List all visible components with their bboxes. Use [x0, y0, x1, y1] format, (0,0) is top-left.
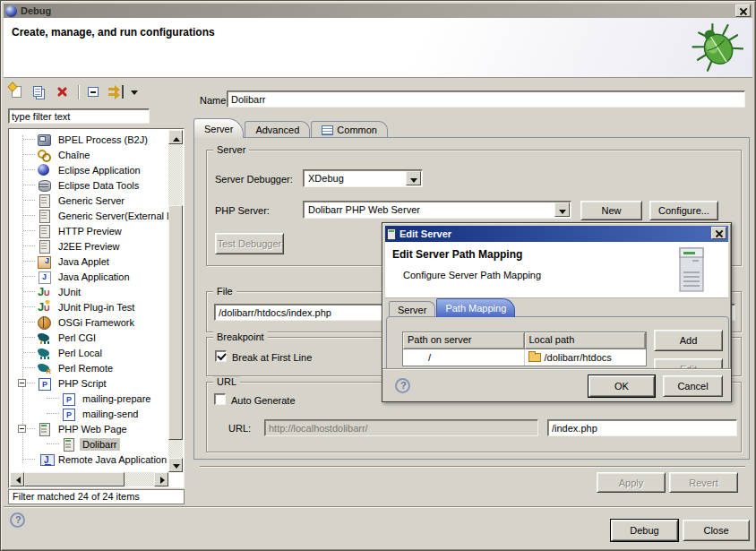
revert-button: Revert — [669, 472, 738, 493]
auto-generate-checkbox[interactable] — [214, 393, 226, 405]
column-local-path[interactable]: Local path — [525, 332, 647, 349]
apply-button: Apply — [597, 472, 666, 493]
close-icon — [712, 228, 726, 238]
tab-advanced[interactable]: Advanced — [245, 121, 310, 138]
edit-server-heading: Edit Server Path Mapping — [392, 248, 522, 261]
edit-server-titlebar[interactable]: Edit Server — [385, 226, 728, 242]
tab-path-mapping[interactable]: Path Mapping — [436, 298, 515, 317]
scroll-right-button[interactable] — [154, 472, 168, 486]
test-debugger-button: Test Debugger — [215, 233, 284, 254]
tree-item-mailing-send[interactable]: mailing-send — [10, 406, 168, 421]
tree-item-junit[interactable]: JUnit — [10, 284, 168, 299]
tree-toolbar — [8, 82, 140, 103]
tree-item-eclipse-application[interactable]: Eclipse Application — [10, 162, 168, 177]
server-group-title: Server — [213, 144, 249, 155]
tree-item-remote-java-application[interactable]: Remote Java Application — [10, 452, 168, 467]
configure-server-button[interactable]: Configure... — [649, 201, 718, 220]
tree-item-java-applet[interactable]: Java Applet — [10, 254, 168, 269]
server-icon — [387, 228, 396, 240]
footer-separator — [4, 506, 752, 508]
debug-button[interactable]: Debug — [611, 520, 678, 541]
new-server-button[interactable]: New — [580, 201, 642, 220]
tree-item-http-preview[interactable]: HTTP Preview — [10, 223, 168, 238]
dropdown-arrow-icon[interactable] — [406, 171, 421, 185]
tree-item-php-script[interactable]: PHP Script — [10, 375, 168, 391]
tree-item-perl-local[interactable]: Perl Local — [10, 345, 168, 360]
scroll-left-button[interactable] — [10, 472, 24, 486]
break-at-first-line-checkbox[interactable] — [215, 350, 227, 362]
vertical-scroll-thumb[interactable] — [168, 205, 183, 440]
close-button[interactable]: Close — [683, 520, 750, 541]
window-titlebar[interactable]: Debug — [4, 4, 752, 18]
tree-item-php-web-page[interactable]: PHP Web Page — [10, 421, 168, 436]
tree-horizontal-scrollbar[interactable] — [10, 472, 168, 486]
name-label: Name: — [200, 95, 228, 106]
server-debugger-value: XDebug — [308, 173, 344, 184]
toolbar-menu-button[interactable] — [129, 83, 140, 101]
php-icon — [37, 376, 51, 391]
php-server-select[interactable]: Dolibarr PHP Web Server — [303, 201, 571, 219]
tree-item-osgi-framework[interactable]: OSGi Framework — [10, 314, 168, 330]
file-group-title: File — [213, 286, 236, 297]
tree-item-label: Java Application — [56, 271, 133, 283]
tree-item-label: mailing-prepare — [80, 392, 153, 405]
expander-minus-icon[interactable] — [18, 425, 26, 433]
bug-icon — [690, 20, 745, 75]
close-edit-server-button[interactable] — [711, 227, 726, 239]
tree-vertical-scrollbar[interactable] — [168, 130, 183, 472]
tree-item-junit-plug-in-test[interactable]: JUnit Plug-in Test — [10, 299, 168, 314]
scroll-up-button[interactable] — [168, 130, 183, 144]
ok-button[interactable]: OK — [588, 375, 655, 397]
tab-label: Common — [337, 125, 377, 135]
tree-item-generic-server-external-la[interactable]: Generic Server(External La — [10, 208, 168, 223]
tree-item-perl-remote[interactable]: Perl Remote — [10, 360, 168, 375]
tree-item-label: Chaîne — [56, 149, 92, 161]
expander-minus-icon[interactable] — [18, 379, 26, 387]
cell-local-path: /dolibarr/htdocs — [525, 349, 646, 366]
tree-item-label: HTTP Preview — [56, 225, 125, 237]
menu-caret-icon — [131, 90, 138, 99]
table-row[interactable]: / /dolibarr/htdocs — [403, 349, 646, 366]
delete-config-button[interactable] — [53, 83, 73, 101]
chain-icon — [37, 148, 51, 162]
php-icon — [61, 392, 75, 406]
break-at-first-line-label: Break at First Line — [232, 352, 312, 363]
cancel-button[interactable]: Cancel — [663, 375, 723, 397]
server-icon — [37, 209, 51, 223]
tab-server-settings[interactable]: Server — [389, 301, 435, 317]
filter-input[interactable] — [8, 108, 150, 124]
name-input[interactable] — [227, 90, 745, 108]
new-config-button[interactable] — [8, 83, 28, 101]
dropdown-arrow-icon[interactable] — [554, 202, 570, 217]
collapse-all-button[interactable] — [84, 83, 104, 101]
java-icon — [37, 270, 51, 284]
tree-item-j2ee-preview[interactable]: J2EE Preview — [10, 238, 168, 254]
tree-item-mailing-prepare[interactable]: mailing-prepare — [10, 391, 168, 406]
scroll-down-button[interactable] — [168, 458, 183, 472]
path-mapping-table: Path on server Local path / /dolibarr/ht… — [402, 331, 647, 366]
tree-item-generic-server[interactable]: Generic Server — [10, 193, 168, 208]
help-icon[interactable] — [395, 378, 410, 393]
tree-item-cha-ne[interactable]: Chaîne — [10, 147, 168, 162]
close-window-button[interactable] — [735, 4, 751, 17]
add-mapping-button[interactable]: Add — [654, 330, 723, 351]
tree-item-bpel-process-b2j-[interactable]: BPEL Process (B2J) — [10, 132, 168, 147]
close-icon — [736, 5, 750, 16]
tab-server[interactable]: Server — [193, 118, 244, 138]
db-icon — [37, 178, 51, 193]
tree-item-java-application[interactable]: Java Application — [10, 269, 168, 284]
tree-item-dolibarr[interactable]: Dolibarr — [10, 436, 168, 452]
tree-item-eclipse-data-tools[interactable]: Eclipse Data Tools — [10, 177, 168, 193]
help-icon[interactable] — [10, 512, 25, 528]
tree-item-label: Perl Remote — [56, 362, 116, 375]
server-debugger-select[interactable]: XDebug — [303, 169, 423, 187]
url-path-input[interactable] — [547, 419, 737, 436]
tab-common[interactable]: Common — [311, 121, 388, 138]
tree-item-perl-cgi[interactable]: Perl CGI — [10, 330, 168, 345]
filter-configs-button[interactable] — [107, 83, 126, 101]
server-tower-icon — [676, 245, 709, 296]
horizontal-scroll-thumb[interactable] — [24, 472, 125, 486]
duplicate-config-button[interactable] — [30, 83, 50, 101]
column-path-on-server[interactable]: Path on server — [403, 332, 525, 349]
edit-server-banner: Edit Server Path Mapping Configure Serve… — [385, 242, 728, 298]
